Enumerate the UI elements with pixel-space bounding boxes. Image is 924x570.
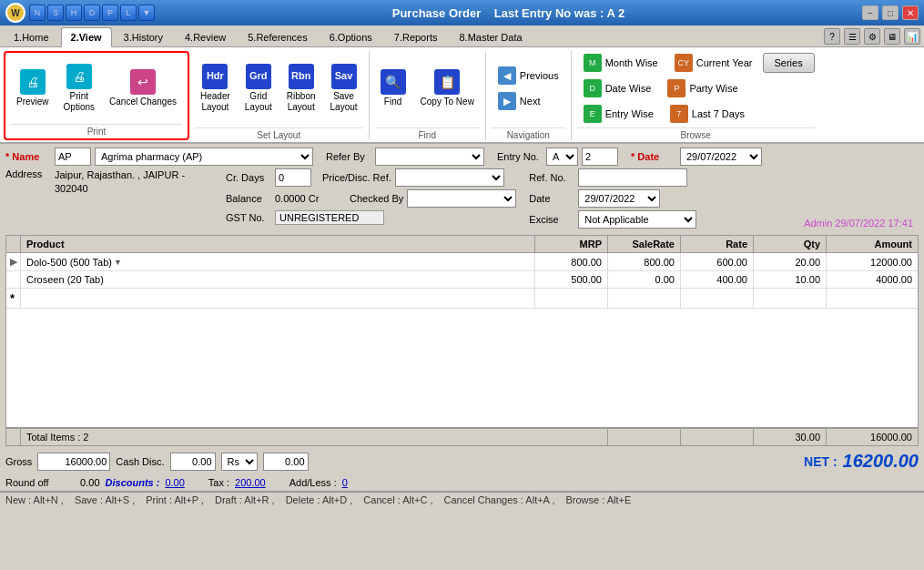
- qty-cell-2: 10.00: [754, 271, 827, 288]
- save-layout-button[interactable]: Sav Save Layout: [325, 60, 363, 117]
- status-cancel[interactable]: Cancel : Alt+C ,: [363, 494, 432, 505]
- grid-col-rate: Rate: [681, 236, 754, 252]
- new-row[interactable]: *: [6, 289, 918, 309]
- new-row-mrp: [535, 289, 608, 308]
- quick-btn-3[interactable]: H: [66, 5, 82, 21]
- new-row-marker: *: [6, 289, 21, 308]
- status-browse[interactable]: Browse : Alt+E: [565, 494, 631, 505]
- cash-disc-label: Cash Disc.: [116, 456, 164, 467]
- print-options-button[interactable]: 🖨 Print Options: [58, 60, 100, 117]
- cr-days-label: Cr. Days: [226, 172, 271, 183]
- header-layout-icon: Hdr: [202, 64, 228, 89]
- middle-fields: Cr. Days Price/Disc. Ref. Balance 0.0000…: [226, 168, 516, 225]
- date2-select[interactable]: 29/07/2022: [578, 189, 660, 208]
- excise-select[interactable]: Not Applicable: [578, 210, 696, 229]
- party-wise-button[interactable]: P Party Wise: [661, 76, 744, 100]
- tab-references[interactable]: 5.References: [238, 26, 317, 46]
- form-row-name: * Name Agrima pharmacy (AP) Refer By Ent…: [5, 148, 919, 166]
- totals-row: Total Items : 2 30.00 16000.00: [5, 428, 919, 446]
- entry-no-letter-select[interactable]: A: [546, 148, 578, 166]
- grid-header: Product MRP SaleRate Rate Qty Amount: [6, 236, 918, 253]
- gross-input[interactable]: [37, 453, 110, 471]
- table-row[interactable]: Croseen (20 Tab) 500.00 0.00 400.00 10.0…: [6, 271, 918, 289]
- add-less-value[interactable]: 0: [342, 477, 348, 488]
- quick-btn-7[interactable]: ▼: [138, 5, 155, 21]
- status-print[interactable]: Print : Alt+P ,: [146, 494, 204, 505]
- discounts-value[interactable]: 0.00: [165, 477, 184, 488]
- help-btn-4[interactable]: 🖥: [884, 28, 900, 45]
- status-delete[interactable]: Delete : Alt+D ,: [286, 494, 353, 505]
- cancel-changes-button[interactable]: ↩ Cancel Changes: [104, 66, 182, 111]
- series-button[interactable]: Series: [763, 53, 815, 73]
- entry-no-num-input[interactable]: [582, 148, 618, 166]
- cash-disc-amt-input[interactable]: [263, 453, 309, 471]
- quick-btn-5[interactable]: P: [102, 5, 118, 21]
- help-btn-2[interactable]: ☰: [844, 28, 860, 45]
- refer-by-select[interactable]: [375, 148, 484, 166]
- cr-days-input[interactable]: [275, 168, 311, 187]
- quick-btn-1[interactable]: N: [29, 5, 46, 21]
- help-btn-3[interactable]: ⚙: [864, 28, 880, 45]
- next-button[interactable]: ▶ Next: [492, 89, 547, 113]
- close-button[interactable]: ✕: [902, 5, 919, 20]
- status-save[interactable]: Save : Alt+S ,: [75, 494, 135, 505]
- last-7-days-button[interactable]: 7 Last 7 Days: [664, 102, 751, 126]
- table-row[interactable]: ▶ Dolo-500 (500 Tab) ▼ 800.00 800.00 600…: [6, 253, 918, 271]
- party-wise-icon: P: [667, 79, 685, 97]
- nav-buttons: ◀ Previous ▶ Next: [492, 51, 565, 126]
- quick-btn-2[interactable]: S: [47, 5, 64, 21]
- date2-row: Date 29/07/2022: [529, 189, 696, 208]
- tab-view[interactable]: 2.View: [61, 27, 112, 47]
- tab-review[interactable]: 4.Review: [175, 26, 236, 46]
- last-7-days-icon: 7: [670, 105, 688, 123]
- gst-label: GST No.: [226, 212, 271, 223]
- tax-value[interactable]: 200.00: [235, 477, 266, 488]
- tab-masterdata[interactable]: 8.Master Data: [449, 26, 532, 46]
- tab-home[interactable]: 1.Home: [4, 26, 59, 46]
- cash-disc-unit-select[interactable]: Rs.: [221, 453, 258, 471]
- grid-layout-button[interactable]: Grd Grid Layout: [239, 60, 278, 117]
- date-wise-button[interactable]: D Date Wise: [577, 76, 658, 100]
- name-select[interactable]: Agrima pharmacy (AP): [95, 148, 313, 166]
- tab-options[interactable]: 6.Options: [320, 26, 382, 46]
- tab-history[interactable]: 3.History: [114, 26, 173, 46]
- copy-to-new-button[interactable]: 📋 Copy To New: [415, 66, 480, 111]
- quick-btn-4[interactable]: D: [84, 5, 100, 21]
- quick-btn-6[interactable]: L: [120, 5, 137, 21]
- help-btn-5[interactable]: 📊: [904, 28, 920, 45]
- new-row-product[interactable]: [21, 289, 535, 308]
- preview-button[interactable]: 🖨 Preview: [11, 66, 55, 111]
- ref-no-input[interactable]: [578, 168, 687, 187]
- product-cell-2[interactable]: Croseen (20 Tab): [21, 271, 535, 288]
- minimize-button[interactable]: −: [862, 5, 878, 20]
- print-options-icon: 🖨: [66, 64, 92, 89]
- header-layout-button[interactable]: Hdr Header Layout: [195, 60, 236, 117]
- previous-button[interactable]: ◀ Previous: [492, 64, 565, 87]
- checked-by-select[interactable]: [407, 189, 516, 208]
- tab-reports[interactable]: 7.Reports: [384, 26, 448, 46]
- totals-mrp: [535, 429, 608, 445]
- maximize-button[interactable]: □: [882, 5, 899, 20]
- next-icon: ▶: [498, 92, 516, 110]
- entry-wise-button[interactable]: E Entry Wise: [577, 102, 660, 126]
- grid-col-amount: Amount: [827, 236, 918, 252]
- status-new[interactable]: New : Alt+N ,: [5, 494, 64, 505]
- status-draft[interactable]: Draft : Alt+R ,: [215, 494, 275, 505]
- find-button[interactable]: 🔍 Find: [375, 66, 411, 111]
- net-label: NET :: [804, 454, 838, 469]
- cash-disc-input[interactable]: [170, 453, 216, 471]
- balance-row: Balance 0.0000 Cr Checked By: [226, 189, 516, 208]
- month-wise-button[interactable]: M Month Wise: [577, 51, 665, 75]
- date-select[interactable]: 29/07/2022: [680, 148, 762, 166]
- status-cancel-changes[interactable]: Cancel Changes : Alt+A ,: [443, 494, 554, 505]
- price-disc-select[interactable]: [395, 168, 504, 187]
- price-disc-label: Price/Disc. Ref.: [322, 172, 391, 183]
- title-bar: W N S H D P L ▼ Purchase Order Last Entr…: [0, 0, 924, 25]
- product-cell-1[interactable]: Dolo-500 (500 Tab) ▼: [21, 253, 535, 270]
- current-year-button[interactable]: CY Current Year: [668, 51, 759, 75]
- grid-col-product: Product: [21, 236, 535, 252]
- new-row-salerate: [608, 289, 681, 308]
- ribbon-layout-button[interactable]: Rbn Ribbon Layout: [281, 60, 321, 117]
- name-code-input[interactable]: [55, 148, 91, 166]
- help-btn-1[interactable]: ?: [824, 28, 840, 45]
